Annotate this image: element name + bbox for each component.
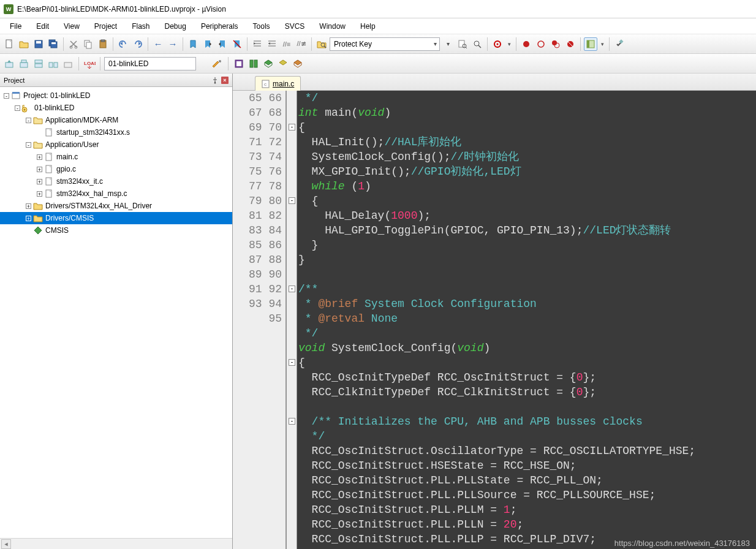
translate-icon[interactable] [2,57,16,70]
pin-icon[interactable] [211,77,219,84]
bookmark-prev-icon[interactable] [201,37,214,51]
tree-target[interactable]: -01-blinkLED [0,102,232,114]
tree-file-1-1[interactable]: +gpio.c [0,163,232,175]
fold-toggle-icon[interactable]: - [289,124,295,131]
menu-peripherals[interactable]: Peripherals [195,20,244,33]
menu-project[interactable]: Project [88,20,123,33]
fold-gutter[interactable]: ----- [287,91,297,549]
expander-icon[interactable]: - [15,105,20,111]
manage-rte-icon[interactable] [232,57,246,70]
uncomment-icon[interactable]: //≢ [295,37,308,51]
menu-help[interactable]: Help [354,20,382,33]
find-in-files-icon[interactable] [315,37,328,51]
paste-icon[interactable] [96,37,110,51]
menu-file[interactable]: File [4,20,28,33]
combo-dropdown-icon[interactable]: ▾ [441,37,455,51]
svg-rect-24 [587,40,589,48]
menu-edit[interactable]: Edit [30,20,55,33]
bookmark-next-icon[interactable] [216,37,229,51]
menu-view[interactable]: View [58,20,86,33]
tree-group-3[interactable]: +Drivers/CMSIS [0,212,232,224]
indent-icon[interactable] [251,37,264,51]
outdent-icon[interactable] [265,37,279,51]
cut-icon[interactable] [67,37,80,51]
svg-point-43 [24,108,26,110]
comment-icon[interactable]: //≡ [280,37,293,51]
pack-icon-3[interactable] [291,57,304,70]
save-all-icon[interactable] [47,37,60,51]
fold-toggle-icon[interactable]: - [289,418,295,425]
tree-group-1[interactable]: -Application/User [0,138,232,151]
menu-svcs[interactable]: SVCS [279,20,311,33]
nav-back-icon[interactable]: ← [151,37,165,51]
breakpoint-kill-all-icon[interactable] [564,37,577,51]
tree-file-1-0[interactable]: +main.c [0,151,232,163]
expander-icon[interactable]: + [37,154,42,160]
expander-icon[interactable]: + [26,216,31,221]
tree-item-icon [33,201,43,211]
tree-group-2[interactable]: +Drivers/STM32L4xx_HAL_Driver [0,200,232,212]
tree-file-1-2[interactable]: +stm32l4xx_it.c [0,175,232,187]
batch-build-icon[interactable] [47,57,60,70]
breakpoint-disabled-icon[interactable] [534,37,548,51]
save-icon[interactable] [32,37,45,51]
select-packs-icon[interactable] [247,57,260,70]
window-layout-dropdown-icon[interactable]: ▾ [599,37,606,51]
tree-file-1-3[interactable]: +stm32l4xx_hal_msp.c [0,187,232,200]
editor-tab-main-c[interactable]: c main.c [255,76,301,91]
tree-item-label: Application/User [45,140,99,149]
expander-icon[interactable]: + [37,191,42,197]
horizontal-scrollbar[interactable]: ◄ [0,538,232,549]
tree-group-4[interactable]: CMSIS [0,224,232,237]
scroll-left-icon[interactable]: ◄ [1,539,11,549]
menu-tools[interactable]: Tools [247,20,276,33]
project-tree[interactable]: -Project: 01-blinkLED-01-blinkLED-Applic… [0,87,232,538]
nav-forward-icon[interactable]: → [166,37,180,51]
breakpoint-disable-all-icon[interactable] [549,37,562,51]
breakpoint-insert-icon[interactable] [520,37,533,51]
tree-file-0-0[interactable]: startup_stm32l431xx.s [0,126,232,138]
copy-icon[interactable] [81,37,95,51]
expander-icon[interactable]: - [26,118,31,123]
code-content[interactable]: */ int main(void) { HAL_Init();//HAL库初始化… [297,91,756,549]
expander-icon[interactable]: + [37,167,42,172]
search-combo[interactable]: Protect Key [330,37,440,51]
code-editor[interactable]: 65 66 67 68 69 70 71 72 73 74 75 76 77 7… [233,91,756,549]
rebuild-icon[interactable] [32,57,45,70]
build-icon[interactable] [17,57,31,70]
pack-installer-icon[interactable] [262,57,275,70]
options-target-icon[interactable] [211,57,224,70]
configure-icon[interactable] [613,37,626,51]
find-icon[interactable] [456,37,469,51]
menu-debug[interactable]: Debug [159,20,192,33]
fold-toggle-icon[interactable]: - [289,197,295,204]
tree-group-0[interactable]: -Application/MDK-ARM [0,114,232,126]
window-layout-icon[interactable] [584,37,597,51]
download-icon[interactable]: LOAD [83,57,96,70]
new-file-icon[interactable] [2,37,16,51]
redo-icon[interactable] [131,37,145,51]
undo-icon[interactable] [116,37,130,51]
open-file-icon[interactable] [17,37,31,51]
expander-icon[interactable]: + [26,203,31,209]
bookmark-toggle-icon[interactable] [186,37,200,51]
svg-rect-38 [250,60,253,67]
incremental-find-icon[interactable] [471,37,484,51]
tree-project-root[interactable]: -Project: 01-blinkLED [0,89,232,102]
fold-toggle-icon[interactable]: - [289,286,295,292]
expander-icon[interactable]: - [4,93,9,99]
expander-icon[interactable]: - [26,142,31,148]
expander-icon[interactable]: + [37,179,42,184]
close-panel-icon[interactable]: × [221,77,229,84]
stop-build-icon[interactable] [61,57,75,70]
pack-icon-2[interactable] [276,57,290,70]
target-select[interactable]: 01-blinkLED [104,57,196,70]
menu-flash[interactable]: Flash [126,20,156,33]
debug-start-icon[interactable] [491,37,504,51]
fold-toggle-icon[interactable]: - [289,359,295,366]
tree-item-label: main.c [56,153,78,161]
bookmark-clear-icon[interactable] [230,37,244,51]
menu-window[interactable]: Window [313,20,352,33]
svg-point-21 [554,43,559,48]
debug-dropdown-icon[interactable]: ▾ [505,37,513,51]
